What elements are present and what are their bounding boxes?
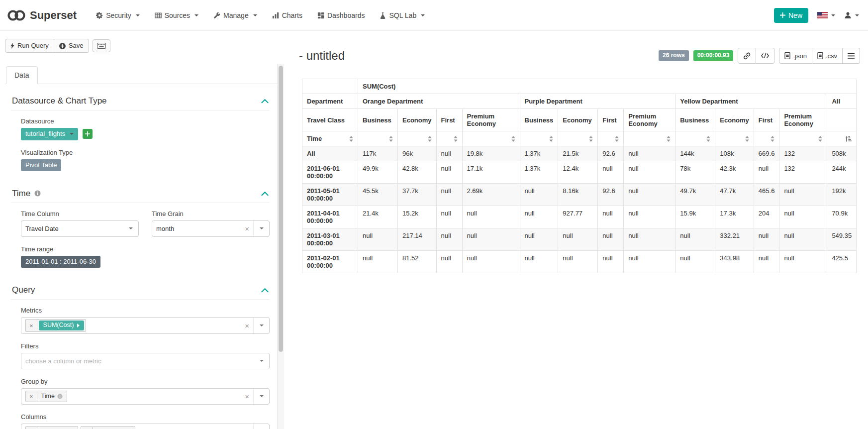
caret-down-icon[interactable] (129, 227, 133, 229)
sortable-column-header[interactable] (398, 131, 437, 146)
language-selector[interactable] (817, 12, 835, 18)
remove-tag-icon[interactable]: × (26, 427, 37, 429)
brand-text: Superset (30, 9, 77, 22)
nav-item-dashboards[interactable]: Dashboards (310, 0, 373, 30)
tab-data[interactable]: Data (6, 66, 38, 84)
nav-item-charts[interactable]: Charts (265, 0, 310, 30)
nav-item-security[interactable]: Security (89, 0, 147, 30)
chart-menu-button[interactable] (843, 48, 860, 64)
caret-down-icon (70, 133, 74, 135)
sortable-column-header[interactable] (598, 131, 624, 146)
section-title: Datasource & Chart Type (12, 96, 107, 106)
chevron-up-icon[interactable] (261, 191, 269, 196)
sort-icon[interactable] (389, 136, 393, 142)
sortable-column-header[interactable] (558, 131, 598, 146)
value-cell: 508k (827, 146, 857, 161)
sortable-column-header[interactable] (779, 131, 827, 146)
clear-icon[interactable]: × (241, 224, 253, 233)
user-menu[interactable] (844, 11, 859, 19)
row-dimension-header[interactable]: Time (302, 131, 358, 146)
new-button[interactable]: New (774, 8, 808, 23)
section-title: Time (12, 189, 30, 199)
time-grain-select[interactable]: month × (152, 220, 270, 237)
sort-icon[interactable] (667, 136, 671, 142)
sortable-column-header[interactable] (358, 131, 398, 146)
metrics-select[interactable]: ×SUM(Cost) × (21, 317, 270, 334)
table-row: 2011-04-01 00:00:0021.4k15.2knullnullnul… (302, 206, 857, 228)
value-cell: null (754, 251, 779, 273)
sort-icon[interactable] (549, 136, 553, 142)
clear-icon[interactable]: × (241, 322, 253, 330)
sort-icon[interactable] (349, 136, 353, 142)
embed-code-button[interactable] (756, 48, 774, 64)
sortable-column-header[interactable] (827, 131, 857, 146)
table-row: 2011-05-01 00:00:0045.5k37.7knull2.69knu… (302, 184, 857, 206)
caret-down-icon[interactable] (260, 395, 264, 397)
sort-amount-icon[interactable] (845, 136, 852, 142)
sort-icon[interactable] (771, 136, 774, 142)
run-query-button[interactable]: Run Query (5, 39, 54, 53)
time-range-chip[interactable]: 2011-01-01 : 2011-06-30 (21, 256, 100, 268)
caret-down-icon[interactable] (260, 227, 264, 229)
section-header-query[interactable]: Query (11, 282, 270, 300)
value-cell: null (624, 146, 675, 161)
sort-icon[interactable] (706, 136, 710, 142)
nav-menu: SecuritySourcesManageChartsDashboardsSQL… (89, 0, 432, 30)
caret-down-icon[interactable] (260, 360, 264, 362)
us-flag-icon (817, 12, 828, 18)
control-panel: Run Query Save Data Datasource & Chart T… (0, 31, 284, 429)
panel-scrollbar[interactable] (277, 64, 284, 429)
time-column-select[interactable]: Travel Date (21, 220, 139, 237)
section-header-datasource[interactable]: Datasource & Chart Type (11, 93, 270, 110)
row-header-cell: All (302, 146, 358, 161)
column-tag[interactable]: ×Travel Class (81, 426, 135, 429)
travel-class-header: First (754, 109, 779, 131)
sortable-column-header[interactable] (624, 131, 675, 146)
sort-icon[interactable] (589, 136, 593, 142)
sortable-column-header[interactable] (462, 131, 520, 146)
clear-icon[interactable]: × (241, 392, 253, 401)
sortable-column-header[interactable] (675, 131, 715, 146)
chevron-up-icon[interactable] (261, 99, 269, 104)
remove-tag-icon[interactable]: × (26, 392, 37, 401)
sort-icon[interactable] (745, 136, 749, 142)
nav-item-sql-lab[interactable]: SQL Lab (372, 0, 432, 30)
sort-icon[interactable] (454, 136, 458, 142)
short-link-button[interactable] (738, 48, 756, 64)
groupby-tag[interactable]: ×Time (25, 391, 67, 402)
value-cell: 1.37k (520, 146, 558, 161)
remove-tag-icon[interactable]: × (81, 427, 93, 429)
sortable-column-header[interactable] (436, 131, 462, 146)
filters-select[interactable]: choose a column or metric (21, 353, 270, 369)
sort-icon[interactable] (818, 136, 822, 142)
time-column-label: Time Column (21, 210, 139, 217)
nav-item-sources[interactable]: Sources (147, 0, 206, 30)
sortable-column-header[interactable] (520, 131, 558, 146)
superset-brand[interactable]: Superset (7, 9, 77, 22)
column-tag[interactable]: ×Department (25, 426, 78, 429)
group-by-select[interactable]: ×Time × (21, 388, 270, 405)
sortable-column-header[interactable] (754, 131, 779, 146)
save-button[interactable]: Save (54, 39, 89, 53)
plus-icon (85, 131, 90, 136)
section-header-time[interactable]: Time (11, 186, 270, 203)
nav-item-manage[interactable]: Manage (206, 0, 265, 30)
viz-type-label: Visualization Type (21, 149, 270, 156)
sortable-column-header[interactable] (715, 131, 754, 146)
export-json-button[interactable]: .json (779, 48, 812, 64)
sort-icon[interactable] (511, 136, 515, 142)
metric-tag[interactable]: ×SUM(Cost) (25, 319, 86, 332)
columns-select[interactable]: ×Department×Travel Class × (21, 424, 270, 429)
datasource-chip[interactable]: tutorial_flights (21, 128, 78, 140)
chevron-up-icon[interactable] (261, 288, 269, 293)
edit-datasource-button[interactable] (83, 129, 93, 139)
sort-icon[interactable] (615, 136, 619, 142)
caret-down-icon[interactable] (260, 324, 264, 326)
keyboard-shortcuts-button[interactable] (93, 39, 110, 52)
export-csv-button[interactable]: .csv (812, 48, 843, 64)
chart-title[interactable]: - untitled (299, 49, 345, 63)
remove-tag-icon[interactable]: × (26, 321, 37, 330)
sort-icon[interactable] (428, 136, 432, 142)
scrollbar-thumb[interactable] (279, 66, 283, 352)
viz-type-chip[interactable]: Pivot Table (21, 159, 61, 171)
